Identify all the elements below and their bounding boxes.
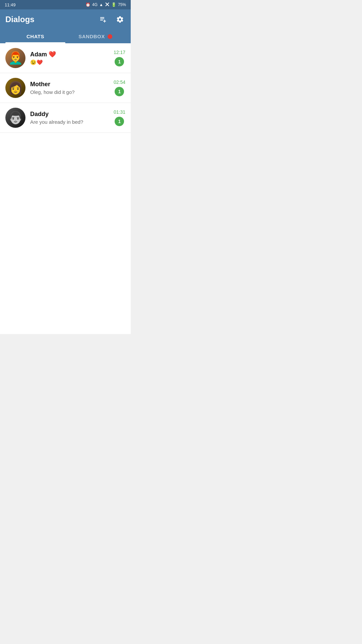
tabs: CHATS SANDBOX [5, 30, 125, 43]
status-time: 11:49 [5, 2, 16, 7]
unread-badge-mother: 1 [115, 87, 124, 96]
network-4g: 4G [92, 2, 98, 7]
chat-name-adam: Adam ❤️ [30, 51, 56, 58]
chat-name-row-daddy: Daddy [30, 111, 109, 118]
chat-item-adam[interactable]: Adam ❤️ 😉❤️ 12:17 1 [0, 43, 131, 73]
add-chat-icon [99, 15, 107, 23]
add-chat-button[interactable] [98, 14, 109, 25]
chat-item-mother[interactable]: Mother Oleg, how did it go? 02:54 1 [0, 73, 131, 103]
chat-item-daddy[interactable]: Daddy Are you already in bed? 01:31 1 [0, 103, 131, 133]
unread-badge-adam: 1 [115, 57, 124, 66]
tab-sandbox-inner: SANDBOX [65, 34, 125, 39]
chat-list: Adam ❤️ 😉❤️ 12:17 1 Mother Oleg, how did… [0, 43, 131, 133]
battery-icon: 🔋 [111, 2, 116, 7]
chat-preview-daddy: Are you already in bed? [30, 119, 109, 125]
avatar-adam [5, 48, 25, 68]
chat-preview-adam: 😉❤️ [30, 59, 109, 65]
sandbox-notification-dot [108, 34, 112, 39]
chat-right-adam: 12:17 1 [114, 50, 125, 66]
empty-area [0, 133, 131, 334]
battery-percent: 75% [118, 2, 126, 7]
page-title: Dialogs [5, 15, 35, 24]
tab-chats-label: CHATS [26, 34, 44, 39]
signal-x-icon [105, 2, 110, 8]
chat-info-adam: Adam ❤️ 😉❤️ [30, 51, 109, 65]
avatar-mother [5, 78, 25, 98]
header-actions [98, 14, 125, 25]
unread-badge-daddy: 1 [115, 117, 124, 126]
settings-button[interactable] [115, 14, 125, 25]
chat-preview-mother: Oleg, how did it go? [30, 89, 109, 95]
chat-time-mother: 02:54 [114, 79, 125, 85]
status-icons: ⏰ 4G ▲ 🔋 75% [85, 2, 126, 8]
status-bar: 11:49 ⏰ 4G ▲ 🔋 75% [0, 0, 131, 9]
chat-name-mother: Mother [30, 81, 50, 88]
tab-sandbox-label: SANDBOX [78, 34, 105, 39]
avatar-daddy [5, 108, 25, 128]
gear-icon [116, 15, 124, 23]
chat-time-adam: 12:17 [114, 50, 125, 55]
chat-right-daddy: 01:31 1 [114, 109, 125, 126]
chat-name-row-mother: Mother [30, 81, 109, 88]
signal-icon: ▲ [99, 2, 103, 7]
chat-name-row-adam: Adam ❤️ [30, 51, 109, 58]
chat-right-mother: 02:54 1 [114, 79, 125, 96]
header: Dialogs CHATS SANDBOX [0, 9, 131, 43]
alarm-icon: ⏰ [85, 2, 90, 7]
chat-name-daddy: Daddy [30, 111, 49, 118]
chat-info-daddy: Daddy Are you already in bed? [30, 111, 109, 125]
header-top: Dialogs [5, 14, 125, 30]
tab-sandbox[interactable]: SANDBOX [65, 30, 125, 43]
chat-info-mother: Mother Oleg, how did it go? [30, 81, 109, 95]
chat-time-daddy: 01:31 [114, 109, 125, 115]
tab-chats[interactable]: CHATS [5, 30, 65, 43]
